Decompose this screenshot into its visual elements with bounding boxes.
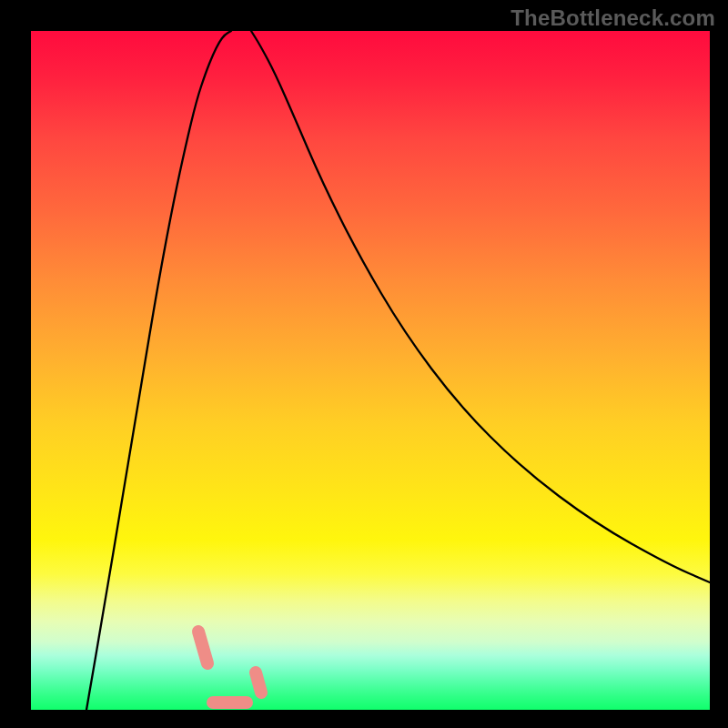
chart-frame: TheBottleneck.com [0,0,728,728]
indicator-left [198,632,207,663]
right-curve [251,31,710,582]
left-curve [86,31,231,710]
curves-svg [31,31,710,710]
plot-area [31,31,710,710]
watermark-text: TheBottleneck.com [511,5,715,31]
indicator-right [256,672,261,693]
